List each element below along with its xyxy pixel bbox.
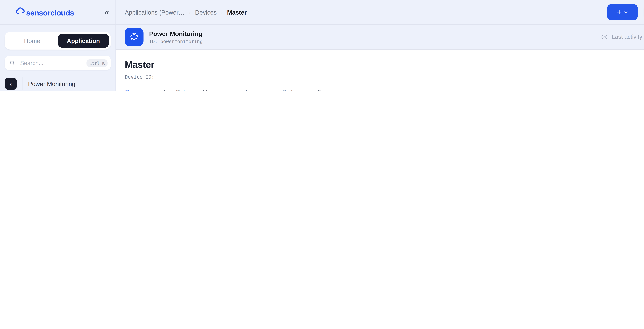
sidebar-collapse-button[interactable]: « bbox=[104, 8, 109, 16]
topbar-main-area: Applications (Power… › Devices › Master … bbox=[116, 0, 644, 24]
chevron-right-icon: › bbox=[221, 9, 223, 16]
top-bar: sensorclouds « Applications (Power… › De… bbox=[0, 0, 644, 25]
tab-live-data[interactable]: Live Data bbox=[164, 89, 188, 91]
tab-messaging[interactable]: Messaging bbox=[203, 89, 231, 91]
application-header: Power Monitoring ID: powermonitoring Las… bbox=[116, 25, 644, 50]
add-device-split-button[interactable]: + bbox=[608, 4, 638, 20]
search-input[interactable] bbox=[19, 59, 83, 67]
application-id: ID: powermonitoring bbox=[149, 39, 202, 44]
topbar-brand-area: sensorclouds « bbox=[0, 0, 116, 24]
tab-location[interactable]: Location bbox=[246, 89, 268, 91]
last-activity-text: Last activity: Just now bbox=[612, 34, 644, 40]
application-header-text: Power Monitoring ID: powermonitoring bbox=[149, 30, 202, 44]
device-id-subtitle: Device ID: bbox=[125, 74, 644, 80]
broadcast-icon bbox=[600, 33, 608, 41]
search-bar[interactable]: Ctrl+K bbox=[5, 56, 111, 70]
tab-firmware[interactable]: Firmware bbox=[318, 89, 342, 91]
device-tabs: Overview Live Data Messaging Location Se… bbox=[125, 89, 644, 91]
main-area: Power Monitoring ID: powermonitoring Las… bbox=[116, 25, 644, 91]
chevron-right-icon: › bbox=[189, 9, 191, 16]
application-switcher: ‹ Power Monitoring bbox=[5, 77, 111, 90]
divider bbox=[22, 77, 22, 90]
plus-icon: + bbox=[617, 8, 621, 16]
search-shortcut-badge: Ctrl+K bbox=[87, 59, 108, 67]
tab-overview[interactable]: Overview bbox=[125, 89, 149, 91]
app-root: sensorclouds « Applications (Power… › De… bbox=[0, 0, 644, 91]
cloud-icon bbox=[16, 7, 25, 16]
topbar-actions: + Kop Ssn bbox=[608, 3, 644, 22]
back-button[interactable]: ‹ bbox=[5, 78, 17, 90]
tab-application[interactable]: Application bbox=[58, 34, 109, 48]
last-activity: Last activity: Just now bbox=[600, 33, 644, 41]
breadcrumb-item-applications[interactable]: Applications (Power… bbox=[125, 9, 184, 16]
page-title: Master bbox=[125, 59, 644, 70]
chevron-down-icon bbox=[624, 10, 628, 15]
current-application-label: Power Monitoring bbox=[28, 80, 75, 87]
breadcrumb: Applications (Power… › Devices › Master bbox=[125, 9, 247, 16]
page-content: Master Device ID: Overview Live Data Mes… bbox=[116, 50, 644, 91]
breadcrumb-item-master: Master bbox=[227, 9, 247, 16]
breadcrumb-item-devices[interactable]: Devices bbox=[195, 9, 217, 16]
tab-home[interactable]: Home bbox=[6, 34, 58, 48]
search-icon bbox=[10, 60, 16, 66]
brand-logo-text: sensorclouds bbox=[26, 8, 74, 17]
tab-settings[interactable]: Settings bbox=[282, 89, 303, 91]
application-title: Power Monitoring bbox=[149, 30, 202, 38]
brand-logo[interactable]: sensorclouds bbox=[16, 7, 74, 17]
page-head: Master Device ID: bbox=[125, 59, 644, 80]
sidebar-mode-toggle: Home Application bbox=[5, 32, 111, 50]
sidebar: Home Application Ctrl+K ‹ Power Monitori… bbox=[0, 25, 116, 91]
application-meta: Last activity: Just now 1 end device bbox=[600, 33, 644, 41]
application-icon bbox=[125, 28, 144, 46]
